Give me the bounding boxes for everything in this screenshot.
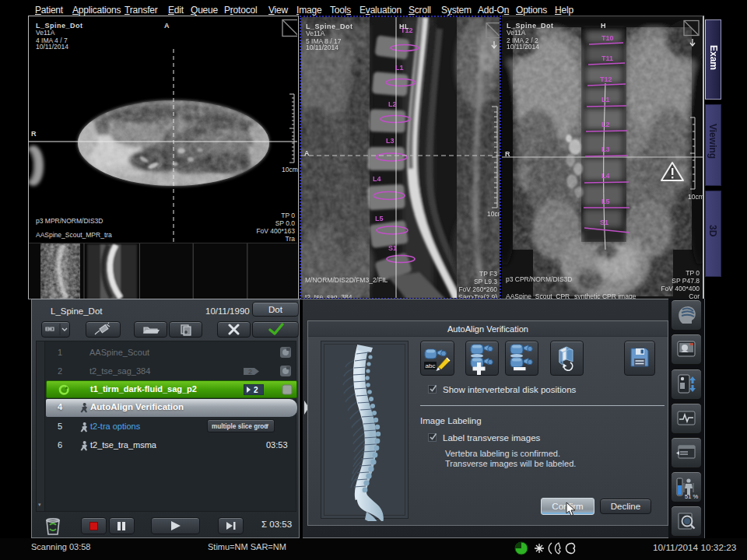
svg-text:L3: L3 xyxy=(386,137,395,145)
svg-text:51 %: 51 % xyxy=(685,493,698,500)
svg-text:2: 2 xyxy=(254,386,258,394)
svg-text:T11: T11 xyxy=(601,54,613,62)
svg-text:abc: abc xyxy=(426,362,436,369)
svg-text:L1: L1 xyxy=(601,96,610,103)
svg-text:S1: S1 xyxy=(388,244,397,252)
svg-text:2: 2 xyxy=(248,368,252,376)
svg-text:L3: L3 xyxy=(601,145,610,153)
svg-text:L5: L5 xyxy=(375,215,384,222)
svg-text:L5: L5 xyxy=(601,198,610,205)
svg-text:S1: S1 xyxy=(600,219,608,226)
svg-text:T12: T12 xyxy=(600,75,612,83)
svg-text:L4: L4 xyxy=(601,172,610,180)
svg-text:T10: T10 xyxy=(601,34,614,42)
svg-text:L4: L4 xyxy=(373,175,381,183)
svg-text:L1: L1 xyxy=(395,64,404,72)
svg-text:L2: L2 xyxy=(388,100,397,108)
svg-text:L2: L2 xyxy=(601,121,610,128)
